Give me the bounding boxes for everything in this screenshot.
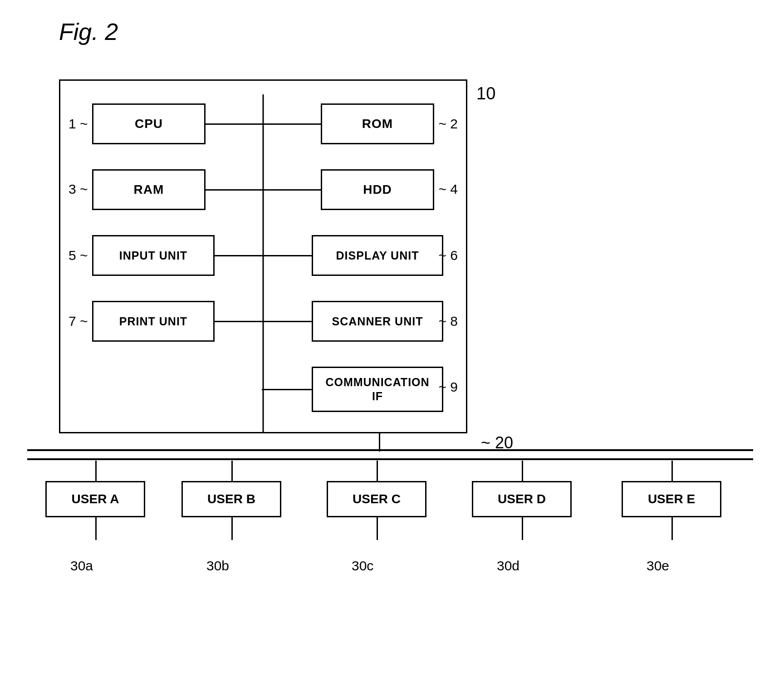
system-label-10: 10 xyxy=(476,84,495,103)
cpu-box: CPU xyxy=(92,103,206,144)
rom-label: ROM xyxy=(362,117,393,131)
comm-to-bus-vline xyxy=(379,433,380,452)
ref-4: ~ 4 xyxy=(438,182,458,197)
display-unit-box: DISPLAY UNIT xyxy=(312,235,443,276)
network-bus-bottom xyxy=(27,458,753,460)
user-b-ref: 30b xyxy=(206,558,229,574)
ref-1: 1 ~ xyxy=(69,116,88,132)
comm-if-label1: COMMUNICATION xyxy=(325,376,429,389)
print-hline xyxy=(215,321,265,322)
input-unit-box: INPUT UNIT xyxy=(92,235,215,276)
user-e-label: USER E xyxy=(648,492,695,506)
input-hline xyxy=(215,255,265,256)
user-b-box: USER B xyxy=(181,481,281,517)
ref-6: ~ 6 xyxy=(438,248,458,263)
rom-hline xyxy=(262,123,321,125)
user-c-box: USER C xyxy=(327,481,426,517)
ram-hline xyxy=(206,189,265,191)
user-b-label: USER B xyxy=(207,492,255,506)
user-a-ref: 30a xyxy=(70,558,93,574)
user-e-ref: 30e xyxy=(647,558,669,574)
cpu-hline xyxy=(206,123,265,125)
ram-box: RAM xyxy=(92,169,206,210)
user-a-vline-top xyxy=(95,461,97,481)
network-label-value: 20 xyxy=(495,433,513,452)
comm-if-box: COMMUNICATION IF xyxy=(312,367,443,412)
display-hline xyxy=(262,255,312,256)
user-d-vline-bottom xyxy=(522,517,523,540)
hdd-box: HDD xyxy=(321,169,434,210)
print-unit-label: PRINT UNIT xyxy=(119,315,187,328)
user-d-box: USER D xyxy=(472,481,572,517)
scanner-unit-label: SCANNER UNIT xyxy=(332,315,423,328)
input-unit-label: INPUT UNIT xyxy=(119,249,187,262)
cpu-label: CPU xyxy=(135,117,163,131)
ref-2: ~ 2 xyxy=(438,116,458,132)
user-e-vline-top xyxy=(671,461,673,481)
user-c-vline-top xyxy=(377,461,378,481)
user-d-vline-top xyxy=(522,461,523,481)
user-a-label: USER A xyxy=(72,492,119,506)
user-a-vline-bottom xyxy=(95,517,97,540)
network-label-20: ~ 20 xyxy=(481,433,513,452)
user-c-ref: 30c xyxy=(352,558,373,574)
user-e-box: USER E xyxy=(622,481,721,517)
comm-if-label2: IF xyxy=(372,390,383,403)
network-bus-top xyxy=(27,449,753,451)
ref-3: 3 ~ xyxy=(69,182,88,197)
user-b-vline-bottom xyxy=(231,517,233,540)
user-c-vline-bottom xyxy=(377,517,378,540)
ram-label: RAM xyxy=(134,182,164,197)
print-unit-box: PRINT UNIT xyxy=(92,301,215,342)
ref-9: ~ 9 xyxy=(438,379,458,395)
system-box: CPU 1 ~ ROM ~ 2 RAM 3 ~ HDD ~ 4 INPUT UN… xyxy=(59,79,467,433)
scanner-hline xyxy=(262,321,312,322)
hdd-hline xyxy=(262,189,321,191)
hdd-label: HDD xyxy=(363,182,392,197)
ref-7: 7 ~ xyxy=(69,314,88,329)
user-d-label: USER D xyxy=(498,492,546,506)
comm-hline xyxy=(262,389,312,390)
user-a-box: USER A xyxy=(45,481,145,517)
scanner-unit-box: SCANNER UNIT xyxy=(312,301,443,342)
display-unit-label: DISPLAY UNIT xyxy=(336,249,419,262)
ref-5: 5 ~ xyxy=(69,248,88,263)
rom-box: ROM xyxy=(321,103,434,144)
user-e-vline-bottom xyxy=(671,517,673,540)
ref-8: ~ 8 xyxy=(438,314,458,329)
user-c-label: USER C xyxy=(353,492,401,506)
user-b-vline-top xyxy=(231,461,233,481)
user-d-ref: 30d xyxy=(497,558,519,574)
vertical-bus-line xyxy=(263,94,264,432)
figure-title: Fig. 2 xyxy=(59,18,118,45)
